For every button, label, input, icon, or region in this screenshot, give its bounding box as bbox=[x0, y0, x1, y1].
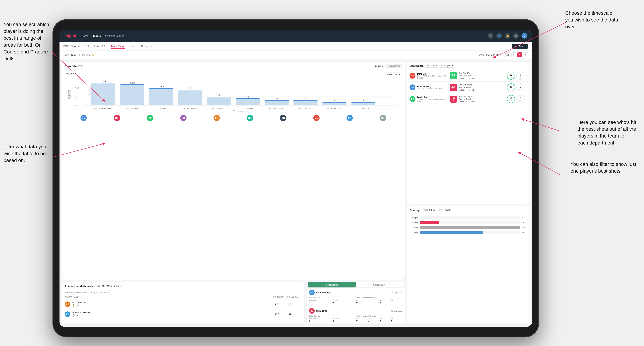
shot-row-3[interactable]: DF David Ford 24 Aug 2023 · Royal North … bbox=[407, 93, 530, 105]
svg-rect-32 bbox=[264, 100, 289, 105]
svg-rect-30 bbox=[236, 98, 260, 99]
activity-stats-1: Total Rounds Tournament 7 Practice bbox=[309, 297, 402, 304]
leaderboard-row-2[interactable]: EC Edward Crossman 🥈 2 18/20 bbox=[62, 309, 304, 319]
table-view-btn[interactable]: ≡ bbox=[511, 52, 516, 57]
chevron-right-1: › bbox=[526, 74, 527, 77]
shot-details-2: Shot Dist: 43 yds Start Lie: Rough End L… bbox=[459, 84, 505, 91]
most-active-tab[interactable]: Most Active bbox=[308, 282, 356, 288]
pb-score-2: 18/20 bbox=[273, 313, 287, 316]
shots-filter-select[interactable]: All Shots ▾ bbox=[425, 64, 438, 68]
total-practice-label-2: Total Practice Activities bbox=[356, 315, 402, 317]
svg-text:5: 5 bbox=[218, 94, 220, 96]
svg-rect-29 bbox=[236, 98, 260, 105]
svg-text:J. Coles: J. Coles bbox=[183, 108, 197, 109]
tab-hcaps[interactable]: Hcaps 1-5 bbox=[94, 44, 106, 49]
practice-drills-tab[interactable]: Practice Drills bbox=[386, 64, 402, 68]
gtt-value-2: 0 bbox=[356, 320, 367, 322]
bar-chart: 15 10 5 0 bbox=[65, 77, 402, 112]
tab-tour[interactable]: Tour bbox=[130, 44, 135, 49]
add-team-button[interactable]: Add Team + bbox=[512, 44, 528, 49]
avatar-coles[interactable]: JC bbox=[180, 115, 186, 121]
svg-text:Total Rounds: Total Rounds bbox=[66, 90, 72, 100]
tab-team-clippd[interactable]: Team Clippd bbox=[111, 44, 125, 49]
avatar-miller[interactable]: MM bbox=[313, 115, 320, 121]
player-activity-title: Player Activity bbox=[65, 64, 83, 67]
putt-value-1: 1 bbox=[391, 301, 402, 304]
tournament-value-2: 8 bbox=[309, 320, 332, 322]
tab-pgat-players[interactable]: PGAT Players bbox=[63, 44, 78, 49]
svg-rect-21 bbox=[149, 88, 173, 89]
metric-dist-1: 67 yds bbox=[507, 72, 515, 80]
total-rounds-label-1: Total Rounds bbox=[309, 297, 355, 299]
nav-teams[interactable]: Teams bbox=[93, 34, 101, 38]
putt-value-2: 0 bbox=[391, 320, 402, 322]
activity-stats-2: Total Rounds Tournament 8 Practice bbox=[309, 315, 402, 322]
grid-view-btn[interactable]: ⊞ bbox=[506, 52, 510, 57]
leaderboard-row-1[interactable]: RB Richard Butler 🥇 1 19/20 bbox=[62, 299, 304, 309]
avatar-ebert[interactable]: EE bbox=[214, 115, 220, 121]
plus-circle-icon[interactable]: ⊕ bbox=[513, 33, 519, 39]
on-course-tab[interactable]: On Course bbox=[373, 64, 386, 68]
search-icon[interactable]: 🔍 bbox=[488, 33, 494, 39]
avatar-edward-crossman: EC bbox=[65, 311, 70, 317]
svg-text:D. Ford: D. Ford bbox=[155, 108, 168, 109]
shot-avatar-2: BM bbox=[410, 84, 416, 90]
avatar-butler[interactable]: RB bbox=[280, 115, 286, 121]
birdies-bar-container bbox=[420, 221, 520, 224]
show-label: Show: bbox=[478, 54, 484, 56]
avatar-crossman[interactable]: EC bbox=[346, 115, 353, 121]
eagles-bar bbox=[420, 216, 420, 219]
metric-dist-3: 16 yds bbox=[507, 95, 515, 103]
drill-select[interactable]: PUTT Must Make Putting ... ▾ bbox=[94, 284, 125, 288]
svg-text:R. Britt: R. Britt bbox=[126, 108, 138, 109]
shot-row-2[interactable]: BM Blair McHarg 23 Jul 2023 · Ashridge G… bbox=[407, 82, 530, 93]
shot-player-meta-3: 24 Aug 2023 · Royal North Devon GC, Hole… bbox=[417, 99, 448, 102]
svg-rect-39 bbox=[322, 102, 346, 103]
avatar-robertson[interactable]: CR bbox=[380, 115, 386, 121]
avatar-mcHarg[interactable]: BM bbox=[80, 115, 87, 121]
svg-rect-14 bbox=[91, 83, 115, 105]
nav-home[interactable]: Home bbox=[82, 34, 88, 38]
nav-my-performance[interactable]: My Performance bbox=[105, 34, 124, 38]
tablet-device: clippd Home Teams My Performance 🔍 👥 🔔 ⊕… bbox=[52, 19, 539, 337]
svg-text:3: 3 bbox=[275, 98, 278, 100]
bogeys-bar-container bbox=[420, 231, 520, 234]
player-avatars-row: BM RB DF JC EE bbox=[65, 114, 402, 123]
scoring-filter-2[interactable]: All Players ▾ bbox=[440, 208, 454, 212]
activity-date-2: 02 Sep 2023 bbox=[391, 310, 402, 312]
edit-icon[interactable]: ✏️ bbox=[92, 53, 94, 56]
metric-dist-2: 43 yds bbox=[507, 83, 515, 91]
svg-rect-42 bbox=[351, 102, 376, 103]
birdies-value: 96 bbox=[522, 222, 527, 224]
putt-header-2: PUTT bbox=[391, 318, 402, 320]
avatar-britt[interactable]: RB bbox=[114, 115, 120, 121]
user-avatar[interactable]: U bbox=[522, 33, 527, 39]
shot-row-1[interactable]: MM Matt Miller 09 Jun 2023 · Royal North… bbox=[407, 70, 530, 82]
avatar-ford[interactable]: DF bbox=[147, 115, 153, 121]
players-filter-select[interactable]: All Players ▾ bbox=[440, 64, 454, 68]
tab-all-players[interactable]: All Players bbox=[140, 44, 152, 49]
show-timescale-select[interactable]: Last 3 months ▾ bbox=[486, 54, 501, 56]
svg-text:Players: Players bbox=[232, 110, 248, 112]
users-icon[interactable]: 👥 bbox=[496, 33, 502, 39]
least-active-tab[interactable]: Least Active bbox=[356, 282, 403, 288]
scoring-filter-1[interactable]: Par 3, 4 & 5s ▾ bbox=[421, 208, 438, 212]
tab-pga[interactable]: PGA bbox=[84, 44, 89, 49]
app-header-2: APP bbox=[368, 318, 379, 320]
course-drill-toggle: On Course Practice Drills bbox=[372, 64, 402, 68]
settings-view-btn[interactable]: ⚙ bbox=[523, 52, 528, 57]
shot-player-meta-1: 09 Jun 2023 · Royal North Devon GC, Hole… bbox=[417, 75, 448, 79]
pb-avg-2: 107 bbox=[287, 313, 301, 316]
activity-date-1: 26 Aug 2023 bbox=[391, 292, 402, 294]
bell-icon[interactable]: 🔔 bbox=[505, 33, 510, 39]
activity-player-name-rees: Rees Britt bbox=[316, 310, 327, 312]
left-panels: Player Activity On Course Practice Drill… bbox=[62, 62, 404, 324]
avatar-billingham[interactable]: OB bbox=[247, 115, 253, 121]
shot-player-info-3: David Ford 24 Aug 2023 · Royal North Dev… bbox=[417, 96, 448, 102]
svg-text:C. Rob.: C. Rob. bbox=[357, 108, 370, 109]
heart-view-btn[interactable]: ♥ bbox=[517, 52, 522, 57]
tournament-header-1: Tournament bbox=[309, 299, 332, 301]
shot-avatar-3: DF bbox=[410, 96, 416, 102]
svg-rect-36 bbox=[294, 100, 318, 101]
metric-select[interactable]: Total Rounds ▾ bbox=[385, 72, 402, 76]
